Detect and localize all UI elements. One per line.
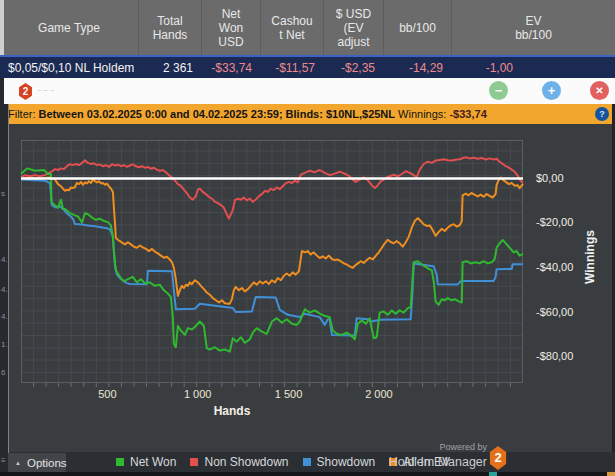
add-button[interactable]: + [542,81,561,100]
table-row[interactable]: $0,05/$0,10 NL Holdem 2 361 -$33,74 -$11… [0,55,615,78]
caret-up-icon: ▲ [15,460,21,466]
taskbar-strip [0,472,615,476]
legend-item-showdown[interactable]: Showdown [303,455,376,469]
filter-bar[interactable]: Filter: Between 03.02.2025 0:00 and 04.0… [2,104,612,124]
column-header-net-won-usd[interactable]: Net Won USD [202,0,261,55]
background-text-fragment: ≡ [1,456,6,465]
column-header-cashout-net[interactable]: Cashou t Net [261,0,324,55]
close-button[interactable]: ✕ [590,81,609,100]
x-axis-title: Hands [197,404,267,418]
cell-total-hands: 2 361 [139,61,202,75]
x-tick-2000: 2 000 [354,388,404,400]
legend-label: Non Showdown [204,455,288,469]
options-label: Options [27,457,67,469]
legend-label: Net Won [130,455,176,469]
winnings-graph-plot [21,140,523,383]
hm2-logo-icon: 2 [18,83,33,100]
taskbar-teal-fragment [489,472,497,476]
background-text-fragment: 4. [1,255,8,264]
legend-swatch-icon [303,458,311,466]
background-text-fragment: 4. [1,285,8,294]
background-text-fragment: 4. [1,312,8,321]
filter-criteria: Between 03.02.2025 0:00 and 04.02.2025 2… [39,108,395,120]
x-tick-1000: 1 000 [173,388,223,400]
cell-game-type: $0,05/$0,10 NL Holdem [0,61,139,75]
powered-by-label: Powered by [439,442,487,452]
column-header-total-hands[interactable]: Total Hands [139,0,202,55]
legend-swatch-icon [116,458,124,466]
results-table-header: Game Type Total Hands Net Won USD Cashou… [0,0,615,55]
collapse-button[interactable]: − [489,81,508,100]
filter-label: Filter: [8,108,36,120]
column-header-game-type[interactable]: Game Type [0,0,139,55]
cell-usd-ev: -$2,35 [324,61,384,75]
background-text-fragment: s [1,189,5,198]
graph-window-titlebar[interactable]: 2 –·–·– − + ✕ [4,78,615,104]
legend-item-non-showdown[interactable]: Non Showdown [190,455,288,469]
header-left-edge [0,0,4,55]
taskbar-orange-fragment [607,472,615,476]
x-tick-500: 500 [82,388,132,400]
background-text-fragment: 6 [1,368,5,377]
column-header-ev-bb100[interactable]: EV bb/100 [452,0,615,55]
y-tick--80: -$80,00 [536,350,594,362]
legend-label: Showdown [317,455,376,469]
brand-name: Hold'em Manager [389,455,487,469]
legend-swatch-icon [190,458,198,466]
filter-winnings-value: -$33,74 [449,108,486,120]
column-header-bb100[interactable]: bb/100 [384,0,452,55]
info-icon[interactable]: ? [595,107,609,121]
cell-cashout-net: -$11,57 [261,61,324,75]
column-header-usd-ev[interactable]: $ USD (EV adjust [324,0,384,55]
cell-ev-bb100: -1,00 [452,61,615,75]
background-text-fragment: 1. [1,340,8,349]
options-button[interactable]: ▲ Options [8,453,66,472]
x-tick-1500: 1 500 [264,388,314,400]
filter-winnings-label: Winnings: [398,108,446,120]
legend-item-net-won[interactable]: Net Won [116,455,176,469]
cell-bb100: -14,29 [384,61,452,75]
holdem-manager-window: Game Type Total Hands Net Won USD Cashou… [0,0,615,476]
winnings-graph-svg [21,140,523,390]
y-tick-0: $0,00 [536,172,594,184]
y-tick--60: -$60,00 [536,306,594,318]
window-left-border [8,104,9,472]
y-axis-title: Winnings [583,222,597,292]
cell-net-won-usd: -$33,74 [202,61,261,75]
window-title-text: –·–·– [38,87,55,93]
